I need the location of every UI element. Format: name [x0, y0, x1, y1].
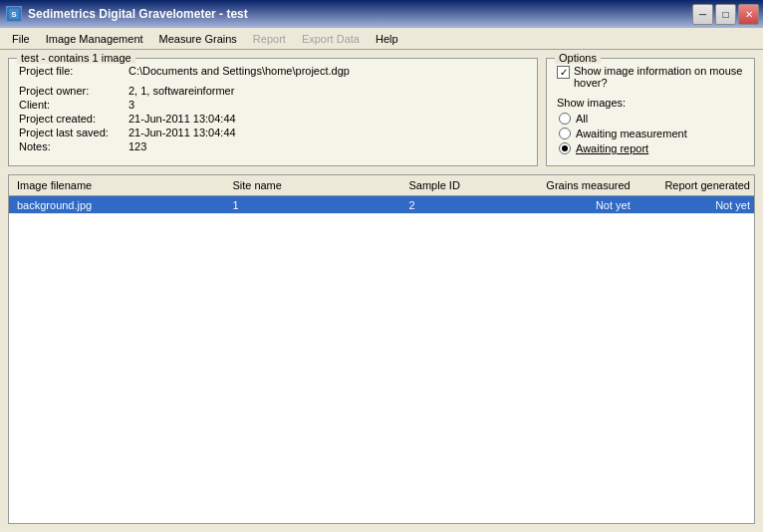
radio-awaiting-measurement-circle[interactable]	[559, 128, 571, 139]
radio-awaiting-report[interactable]: Awaiting report	[559, 142, 744, 154]
project-file-label: Project file:	[19, 65, 128, 77]
cell-sample: 2	[400, 198, 538, 212]
menu-file[interactable]: File	[4, 31, 38, 47]
project-owner-value: 2, 1, softwareinformer	[128, 85, 234, 97]
checkbox-check: ✓	[560, 68, 568, 78]
created-row: Project created: 21-Jun-2011 13:04:44	[19, 113, 527, 125]
col-header-sample: Sample ID	[400, 177, 538, 193]
title-buttons: ─ □ ✕	[692, 4, 759, 25]
col-header-grains: Grains measured	[538, 177, 645, 193]
project-info-box: test - contains 1 image Project file: C:…	[8, 58, 538, 166]
client-value: 3	[128, 99, 134, 111]
col-header-report: Report generated	[646, 177, 754, 193]
col-header-site: Site name	[224, 177, 400, 193]
image-table: Image filename Site name Sample ID Grain…	[8, 174, 755, 524]
options-box: Options ✓ Show image information on mous…	[546, 58, 755, 166]
table-row[interactable]: background.jpg 1 2 Not yet Not yet	[9, 196, 754, 214]
minimize-button[interactable]: ─	[692, 4, 713, 25]
project-owner-row: Project owner: 2, 1, softwareinformer	[19, 85, 527, 97]
radio-awaiting-measurement-label: Awaiting measurement	[576, 128, 687, 139]
svg-text:S: S	[11, 10, 17, 19]
project-owner-label: Project owner:	[19, 85, 128, 97]
table-header: Image filename Site name Sample ID Grain…	[9, 175, 754, 196]
notes-value: 123	[128, 140, 146, 152]
radio-all-circle[interactable]	[559, 113, 571, 125]
window-title: Sedimetrics Digital Gravelometer - test	[28, 7, 248, 21]
radio-awaiting-report-circle[interactable]	[559, 142, 571, 154]
project-box-legend: test - contains 1 image	[17, 52, 135, 64]
app-icon: S	[6, 6, 22, 22]
top-row: test - contains 1 image Project file: C:…	[8, 58, 755, 166]
cell-site: 1	[224, 198, 400, 212]
maximize-button[interactable]: □	[715, 4, 736, 25]
cell-grains: Not yet	[538, 198, 645, 212]
radio-dot	[562, 145, 568, 151]
menu-help[interactable]: Help	[368, 31, 406, 47]
options-box-legend: Options	[555, 52, 601, 64]
show-hover-row[interactable]: ✓ Show image information on mouse hover?	[557, 65, 744, 89]
notes-row: Notes: 123	[19, 140, 527, 152]
title-bar-left: S Sedimetrics Digital Gravelometer - tes…	[6, 6, 248, 22]
project-file-value: C:\Documents and Settings\home\project.d…	[128, 65, 350, 77]
title-bar: S Sedimetrics Digital Gravelometer - tes…	[0, 0, 763, 28]
show-images-label: Show images:	[557, 97, 744, 109]
last-saved-row: Project last saved: 21-Jun-2011 13:04:44	[19, 127, 527, 138]
last-saved-label: Project last saved:	[19, 127, 128, 138]
show-hover-label: Show image information on mouse hover?	[574, 65, 744, 89]
cell-report: Not yet	[646, 198, 754, 212]
radio-awaiting-measurement[interactable]: Awaiting measurement	[559, 128, 744, 139]
col-header-filename: Image filename	[9, 177, 224, 193]
created-value: 21-Jun-2011 13:04:44	[128, 113, 236, 125]
menu-image-management[interactable]: Image Management	[38, 31, 151, 47]
menu-export-data: Export Data	[294, 31, 368, 47]
close-button[interactable]: ✕	[738, 4, 759, 25]
table-body[interactable]: background.jpg 1 2 Not yet Not yet	[9, 196, 754, 523]
notes-label: Notes:	[19, 140, 128, 152]
client-row: Client: 3	[19, 99, 527, 111]
client-label: Client:	[19, 99, 128, 111]
created-label: Project created:	[19, 113, 128, 125]
radio-all[interactable]: All	[559, 113, 744, 125]
radio-all-label: All	[576, 113, 588, 125]
show-hover-checkbox[interactable]: ✓	[557, 66, 570, 79]
last-saved-value: 21-Jun-2011 13:04:44	[128, 127, 236, 138]
menu-measure-grains[interactable]: Measure Grains	[151, 31, 245, 47]
radio-awaiting-report-label: Awaiting report	[576, 142, 648, 154]
menu-bar: File Image Management Measure Grains Rep…	[0, 28, 763, 50]
project-file-row: Project file: C:\Documents and Settings\…	[19, 65, 527, 77]
menu-report: Report	[245, 31, 294, 47]
main-content: test - contains 1 image Project file: C:…	[0, 50, 763, 532]
cell-filename: background.jpg	[9, 198, 224, 212]
